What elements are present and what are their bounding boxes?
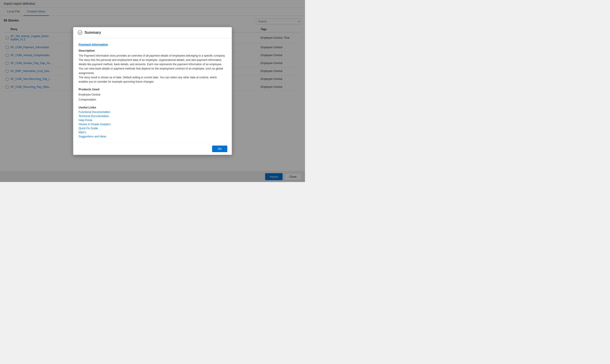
links-list: Functional Documentation Technical Docum… xyxy=(79,110,226,138)
links-title: Useful Links xyxy=(79,106,226,109)
modal-header: Summary xyxy=(73,27,232,38)
products-title: Products Used xyxy=(79,88,226,91)
description-title: Description xyxy=(79,49,226,52)
link-stories-people-analytics[interactable]: Stories in People Analytics xyxy=(79,123,226,126)
story-link[interactable]: Payment Information xyxy=(79,43,226,46)
link-help-portal[interactable]: Help Portal xyxy=(79,119,226,122)
link-quick-fix-guide[interactable]: Quick Fix Guide xyxy=(79,127,226,130)
products-list: Employee Central Compensation xyxy=(79,92,226,102)
link-suggestions-ideas[interactable]: Suggestions and Ideas xyxy=(79,135,226,138)
product-item: Employee Central xyxy=(79,92,226,97)
svg-point-0 xyxy=(78,31,82,35)
summary-modal: Summary Payment Information Description … xyxy=(73,27,232,155)
description-text: The Payment Information story provides a… xyxy=(79,54,226,84)
modal-body: Payment Information Description The Paym… xyxy=(73,38,232,143)
modal-title: Summary xyxy=(84,31,101,35)
ok-button[interactable]: OK xyxy=(212,145,227,152)
check-circle-icon xyxy=(78,30,82,35)
link-functional-documentation[interactable]: Functional Documentation xyxy=(79,110,226,114)
modal-footer: OK xyxy=(73,143,232,155)
link-kbas[interactable]: KBA's xyxy=(79,131,226,134)
modal-overlay: Summary Payment Information Description … xyxy=(0,0,305,182)
link-technical-documentation[interactable]: Technical Documentation xyxy=(79,115,226,118)
product-item: Compensation xyxy=(79,97,226,102)
